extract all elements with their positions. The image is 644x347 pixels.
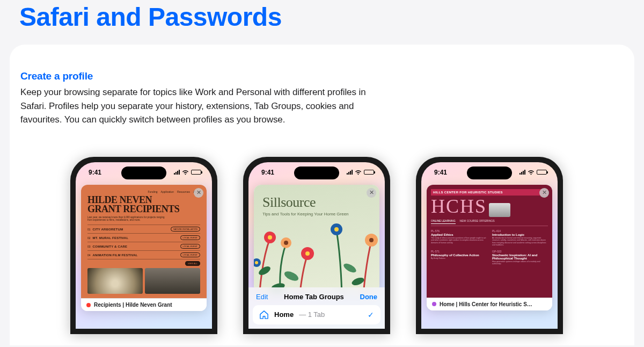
tab-title: Home | Hills Center for Heuristic S… <box>440 301 532 307</box>
battery-icon <box>537 170 547 175</box>
site-subheadline: Last year, we received more than 6,000 a… <box>87 216 168 222</box>
tab-group-count: — 1 Tab <box>299 310 325 319</box>
wifi-icon <box>355 170 362 175</box>
tab-label-bar: Home | Hills Center for Heuristic S… <box>427 298 552 310</box>
done-button[interactable]: Done <box>360 293 378 301</box>
webpage-preview: HILLS CENTER FOR HEURISTIC STUDIES HCHS … <box>427 185 552 298</box>
site-tabs: ONLINE LEARNINGNEW COURSE OFFERINGS <box>431 219 548 226</box>
svg-point-6 <box>258 264 272 276</box>
svg-point-16 <box>351 276 365 286</box>
profile-indicator-icon <box>432 302 436 306</box>
feature-body: Keep your browsing separate for topics l… <box>20 85 375 127</box>
cellular-icon <box>347 170 353 175</box>
svg-point-10 <box>255 261 258 264</box>
recipient-list: 01CITY ARBORETUMNATURE INSTALLATION 02MT… <box>87 225 200 259</box>
dynamic-island <box>121 167 166 179</box>
status-time: 9:41 <box>261 169 274 176</box>
close-tab-button[interactable]: ✕ <box>194 188 203 198</box>
home-icon <box>259 310 269 319</box>
gallery-image <box>87 268 143 294</box>
close-tab-button[interactable]: ✕ <box>367 188 376 198</box>
status-icons <box>519 170 547 175</box>
dynamic-island <box>294 167 339 179</box>
site-logo-text: HCHS <box>431 197 487 216</box>
hero-image <box>489 203 510 217</box>
phone-mockup-1: 9:41 ✕ FundingApplicationResourcesAbout <box>70 157 217 334</box>
dynamic-island <box>467 167 512 179</box>
phone-mockup-3: 9:41 ✕ HILLS CENTER FOR HEURISTIC STUDIE… <box>416 157 563 334</box>
checkmark-icon: ✓ <box>368 310 374 319</box>
flower-illustration <box>254 217 324 292</box>
tab-label-bar: Recipients | Hilde Neven Grant <box>81 298 207 311</box>
svg-point-5 <box>305 251 310 256</box>
cellular-icon <box>519 170 525 175</box>
safari-tab-card[interactable]: 📌 ✕ Sillsource Tips and Tools for Keepin… <box>254 185 379 292</box>
site-title: Sillsource <box>262 194 371 211</box>
tab-group-row[interactable]: Home — 1 Tab ✓ <box>253 305 380 324</box>
edit-button[interactable]: Edit <box>256 293 268 301</box>
battery-icon <box>364 170 374 175</box>
svg-point-15 <box>342 262 358 274</box>
svg-point-12 <box>334 227 339 232</box>
phone-mockup-2: 9:41 📌 ✕ Sillsource Tips and Tools for K… <box>243 157 390 334</box>
svg-point-1 <box>268 235 272 240</box>
svg-point-3 <box>284 241 288 245</box>
page-title: Safari and Passwords <box>0 0 644 32</box>
safari-tab-card[interactable]: ✕ FundingApplicationResourcesAbout HILDE… <box>81 185 207 312</box>
sheet-title: Home Tab Groups <box>284 293 344 301</box>
site-banner: HILLS CENTER FOR HEURISTIC STUDIES <box>431 189 548 196</box>
site-nav: FundingApplicationResourcesAbout <box>87 190 200 193</box>
tab-group-name: Home <box>274 310 294 319</box>
wifi-icon <box>182 170 189 175</box>
status-time: 9:41 <box>89 169 101 176</box>
status-icons <box>174 170 201 175</box>
tab-groups-sheet: Edit Home Tab Groups Done Home — 1 Tab ✓ <box>248 287 385 329</box>
safari-tab-card[interactable]: ✕ HILLS CENTER FOR HEURISTIC STUDIES HCH… <box>427 185 552 310</box>
gallery-image <box>145 268 200 294</box>
close-tab-button[interactable]: ✕ <box>539 188 549 198</box>
svg-point-14 <box>369 238 374 242</box>
battery-icon <box>191 170 201 175</box>
webpage-preview: FundingApplicationResourcesAbout HILDE N… <box>81 185 207 299</box>
feature-heading: Create a profile <box>20 70 613 82</box>
course-grid: PL-576Applied EthicsThe study of ethics … <box>431 229 548 265</box>
content-card: Create a profile Keep your browsing sepa… <box>10 45 634 345</box>
svg-point-7 <box>283 269 299 283</box>
tab-title: Recipients | Hilde Neven Grant <box>94 302 172 308</box>
flower-illustration <box>326 209 379 292</box>
phones-row: 9:41 ✕ FundingApplicationResourcesAbout <box>20 157 613 334</box>
profile-indicator-icon <box>86 303 91 307</box>
webpage-preview: Sillsource Tips and Tools for Keeping Yo… <box>254 185 379 292</box>
wifi-icon <box>528 170 535 175</box>
cellular-icon <box>174 170 180 175</box>
site-headline: HILDE NEVENGRANT RECIPIENTS <box>87 196 200 214</box>
status-icons <box>347 170 374 175</box>
status-time: 9:41 <box>434 169 447 176</box>
view-all-button[interactable]: VIEW ALL <box>185 261 200 266</box>
